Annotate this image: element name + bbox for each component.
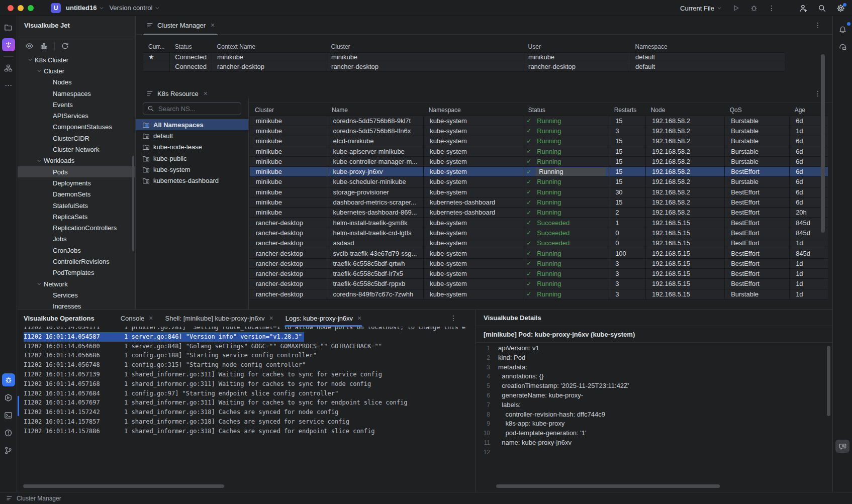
pod-row[interactable]: minikubedashboard-metrics-scraper...kube…: [250, 197, 828, 207]
notifications-bell-icon[interactable]: [836, 23, 849, 36]
operations-tab-console[interactable]: Console×: [115, 310, 159, 327]
log-line[interactable]: I1202 16:01:14.0567481 config.go:315] "S…: [18, 360, 475, 370]
log-line[interactable]: I1202 16:01:14.0546001 server.go:848] "G…: [18, 342, 475, 351]
namespace-item-kube-public[interactable]: kube-public: [136, 153, 248, 164]
vcs-menu[interactable]: Version control: [109, 4, 160, 12]
macos-window-controls[interactable]: [8, 5, 34, 11]
namespace-item-all-namespaces[interactable]: All Namespaces: [136, 119, 248, 130]
log-line[interactable]: I1202 16:01:14.1578571 shared_informer.g…: [18, 417, 475, 427]
pod-row[interactable]: rancher-desktopsvclb-traefik-43e67d79-ss…: [250, 248, 828, 258]
log-line[interactable]: I1202 16:01:14.0541711 proxier.go:281] "…: [18, 327, 475, 332]
log-line[interactable]: I1202 16:01:14.0571391 shared_informer.g…: [18, 370, 475, 379]
column-header[interactable]: Restarts: [609, 105, 646, 116]
pod-row[interactable]: rancher-desktoptraefik-6c558c5bdf-qrtwhk…: [250, 258, 828, 268]
pod-row[interactable]: rancher-desktopcoredns-849fb7c67c-7zwhhk…: [250, 289, 828, 299]
yaml-viewer[interactable]: 1apiVersion: v12kind: Pod3metadata:4 ann…: [476, 344, 825, 485]
close-icon[interactable]: ×: [357, 315, 361, 322]
tree-item-network[interactable]: Network: [18, 278, 135, 289]
column-header[interactable]: Cluster: [326, 42, 523, 52]
operations-tab-shell[interactable]: Shell: [minikube] kube-proxy-jn6xv×: [159, 310, 279, 327]
tree-item-services[interactable]: Services: [18, 289, 135, 300]
pod-row[interactable]: minikubekube-apiserver-minikubekube-syst…: [250, 146, 828, 156]
tree-item-replicationcontrollers[interactable]: ReplicationControllers: [18, 222, 135, 233]
log-line[interactable]: I1202 16:01:14.0576971 shared_informer.g…: [18, 398, 475, 408]
tree-item-cluster-network[interactable]: Cluster Network: [18, 144, 135, 155]
tree-item-deployments[interactable]: Deployments: [18, 177, 135, 188]
log-line[interactable]: I1202 16:01:14.1572421 shared_informer.g…: [18, 408, 475, 417]
pod-row[interactable]: minikubestorage-provisionerkube-system✓R…: [250, 187, 828, 197]
search-everywhere-icon[interactable]: [818, 4, 826, 13]
refresh-icon[interactable]: [61, 42, 69, 50]
column-header[interactable]: Status: [170, 42, 212, 52]
tree-item-jobs[interactable]: Jobs: [18, 234, 135, 245]
close-window-icon[interactable]: [8, 5, 14, 11]
log-console[interactable]: I1202 16:01:14.0541711 proxier.go:281] "…: [18, 327, 475, 481]
tree-item-k8s-cluster[interactable]: K8s Cluster: [18, 54, 135, 65]
tree-item-workloads[interactable]: Workloads: [18, 155, 135, 166]
close-icon[interactable]: ×: [211, 22, 215, 29]
details-horizontal-scrollbar[interactable]: [496, 484, 720, 488]
pod-row[interactable]: rancher-desktoptraefik-6c558c5bdf-lr7x5k…: [250, 268, 828, 278]
status-tool-window-icon[interactable]: [6, 495, 13, 501]
log-line[interactable]: I1202 16:01:14.0571681 shared_informer.g…: [18, 379, 475, 389]
tree-item-namespaces[interactable]: Namespaces: [18, 88, 135, 99]
chevron-down-icon[interactable]: [35, 158, 44, 163]
tree-item-replicasets[interactable]: ReplicaSets: [18, 211, 135, 222]
more-actions-menu[interactable]: ⋮: [768, 4, 775, 12]
debug-button[interactable]: [750, 4, 758, 12]
close-icon[interactable]: ×: [204, 90, 208, 97]
log-line[interactable]: I1202 16:01:14.0576841 config.go:97] "St…: [18, 389, 475, 398]
ai-assistant-icon[interactable]: [836, 40, 849, 53]
tree-item-apiservices[interactable]: APIServices: [18, 110, 135, 121]
add-user-icon[interactable]: [799, 4, 808, 13]
pod-row[interactable]: minikubecoredns-5dd5756b68-lfn6xkube-sys…: [250, 126, 828, 136]
context-row[interactable]: Connectedrancher-desktoprancher-desktopr…: [143, 62, 785, 71]
column-header[interactable]: Node: [646, 105, 725, 116]
tab-cluster-manager[interactable]: Cluster Manager ×: [143, 16, 218, 35]
watch-eye-icon[interactable]: [25, 42, 34, 50]
details-vertical-scrollbar[interactable]: [827, 346, 830, 416]
pod-row[interactable]: minikubekube-scheduler-minikubekube-syst…: [250, 177, 828, 187]
more-tool-windows-icon[interactable]: ⋯: [2, 79, 15, 92]
column-header[interactable]: Status: [523, 105, 609, 116]
pod-row[interactable]: rancher-desktopasdasdkube-system✓Succeed…: [250, 238, 828, 248]
column-header[interactable]: Curr...: [143, 42, 170, 52]
panel-options-kebab-icon[interactable]: ⋮: [814, 89, 821, 97]
close-icon[interactable]: ×: [149, 315, 153, 322]
project-tool-icon[interactable]: [2, 21, 15, 34]
chevron-down-icon[interactable]: [35, 281, 44, 286]
log-line[interactable]: I1202 16:01:14.0545871 server.go:846] "V…: [18, 332, 475, 342]
pod-row[interactable]: rancher-desktophelm-install-traefik-crd-…: [250, 228, 828, 238]
namespace-item-kubernetes-dashboard[interactable]: kubernetes-dashboard: [136, 175, 248, 186]
tree-item-podtemplates[interactable]: PodTemplates: [18, 267, 135, 278]
minimize-window-icon[interactable]: [18, 5, 24, 11]
visualkube-plugin-icon[interactable]: [2, 38, 15, 51]
pods-table-scrollbar[interactable]: [821, 54, 825, 233]
close-icon[interactable]: ×: [269, 315, 273, 322]
operations-tool-icon[interactable]: [2, 373, 15, 386]
tree-item-ingresses[interactable]: Ingresses: [18, 301, 135, 309]
settings-gear-icon[interactable]: [836, 4, 845, 13]
namespace-item-default[interactable]: default: [136, 130, 248, 141]
structure-tool-icon[interactable]: [2, 61, 15, 74]
namespace-search-field[interactable]: [143, 102, 241, 115]
tree-item-controllerrevisions[interactable]: ControllerRevisions: [18, 256, 135, 267]
project-icon[interactable]: U: [51, 3, 61, 13]
namespace-item-kube-system[interactable]: kube-system: [136, 164, 248, 175]
pod-row[interactable]: minikubecoredns-5dd5756b68-9kl7tkube-sys…: [250, 116, 828, 126]
pod-row[interactable]: minikubeetcd-minikubekube-system✓Running…: [250, 136, 828, 146]
search-input[interactable]: [157, 105, 237, 113]
panel-options-kebab-icon[interactable]: ⋮: [450, 314, 457, 322]
tree-item-pods[interactable]: Pods: [18, 166, 135, 177]
column-header[interactable]: Cluster: [250, 105, 327, 116]
problems-tool-icon[interactable]: [2, 426, 15, 439]
column-header[interactable]: User: [523, 42, 630, 52]
pod-row[interactable]: minikubekube-proxy-jn6xvkube-system✓Runn…: [250, 166, 828, 176]
tree-item-cluster[interactable]: Cluster: [18, 65, 135, 76]
pod-row[interactable]: rancher-desktophelm-install-traefik-gsm8…: [250, 218, 828, 228]
column-header[interactable]: Namespace: [630, 42, 785, 52]
tree-item-clustercidr[interactable]: ClusterCIDR: [18, 133, 135, 144]
git-tool-icon[interactable]: [2, 444, 15, 457]
tree-item-nodes[interactable]: Nodes: [18, 77, 135, 88]
column-header[interactable]: Name: [327, 105, 424, 116]
